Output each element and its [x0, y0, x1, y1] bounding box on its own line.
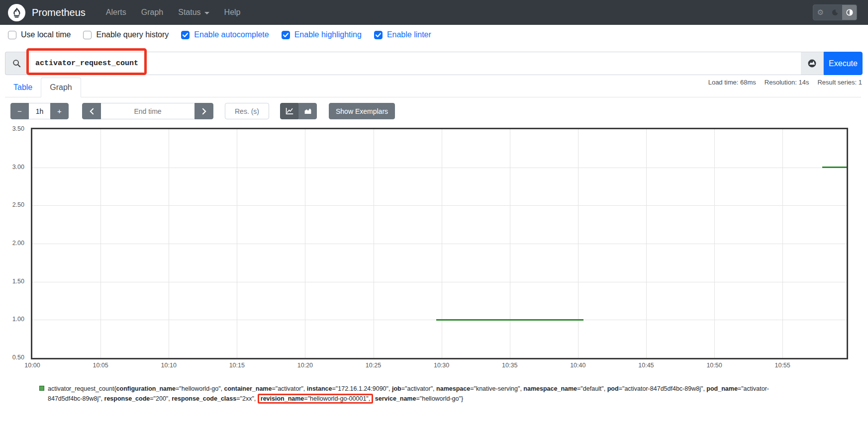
legend-swatch — [39, 386, 44, 391]
annotation-box-revision-name: revision_name="helloworld-go-00001", — [258, 394, 373, 404]
nav-item-status[interactable]: Status — [171, 4, 216, 21]
x-tick-label: 10:45 — [631, 362, 661, 369]
legend-label-name: pod_name — [706, 385, 738, 392]
checkbox-enable-highlighting[interactable] — [282, 31, 290, 39]
y-tick-label: 2.00 — [0, 240, 24, 247]
tab-table[interactable]: Table — [5, 78, 41, 97]
option-label: Enable highlighting — [294, 30, 362, 39]
gear-icon[interactable]: ⚙ — [813, 5, 828, 20]
series-line-segment — [436, 319, 583, 321]
y-gridline — [32, 282, 847, 282]
end-time-input[interactable] — [101, 103, 194, 119]
legend-label-name: configuration_name — [116, 385, 176, 392]
nav-item-label: Status — [178, 8, 200, 17]
chevron-left-icon[interactable] — [82, 103, 101, 119]
legend-text-part: ="knative-serving", — [470, 385, 523, 392]
x-tick-label: 10:25 — [359, 362, 388, 369]
legend-label-name: job — [392, 385, 401, 392]
checkbox-use-local-time[interactable] — [8, 31, 16, 39]
x-tick-label: 10:40 — [563, 362, 593, 369]
nav-item-help[interactable]: Help — [217, 4, 248, 21]
nav-item-graph[interactable]: Graph — [134, 4, 171, 21]
x-tick-label: 10:35 — [495, 362, 525, 369]
legend-text-part: ="activator-847d5df4bc-89w8j", — [619, 385, 707, 392]
query-bar: Execute — [5, 52, 863, 75]
query-input[interactable] — [28, 52, 801, 75]
prometheus-logo-icon[interactable] — [8, 4, 25, 21]
option-enable-highlighting[interactable]: Enable highlighting — [282, 30, 362, 39]
range-group: − + — [10, 103, 69, 119]
y-gridline — [32, 244, 847, 244]
nav-item-label: Help — [224, 8, 241, 17]
legend-text-part: ="activator- — [738, 385, 769, 392]
y-tick-label: 1.50 — [0, 278, 24, 285]
option-label: Use local time — [21, 30, 71, 39]
zoom-in-button[interactable]: + — [50, 103, 69, 119]
checkbox-enable-linter[interactable] — [374, 31, 383, 39]
x-tick-label: 10:55 — [768, 362, 797, 369]
moon-icon[interactable] — [828, 5, 842, 20]
y-gridline — [32, 205, 847, 206]
legend-label-name: namespace — [436, 385, 470, 392]
tab-bar: Table Graph — [5, 77, 861, 97]
legend-label-name: container_name — [224, 385, 272, 392]
option-label: Enable query history — [96, 30, 169, 39]
legend-text-part: ="helloworld-go", — [176, 385, 224, 392]
option-enable-autocomplete[interactable]: Enable autocomplete — [181, 30, 269, 39]
y-tick-label: 2.50 — [0, 201, 24, 208]
legend-text-part: ="helloworld-go-00001", — [304, 395, 370, 402]
y-tick-label: 1.00 — [0, 316, 24, 323]
legend-label-name: revision_name — [261, 395, 304, 402]
legend-label-name: response_code_class — [172, 395, 236, 402]
option-use-local-time[interactable]: Use local time — [8, 30, 71, 39]
x-tick-label: 10:20 — [290, 362, 320, 369]
nav-item-label: Graph — [141, 8, 163, 17]
legend-label-name: instance — [307, 385, 332, 392]
range-input[interactable] — [29, 103, 50, 119]
stacked-chart-icon[interactable] — [298, 103, 317, 119]
navbar: Prometheus AlertsGraphStatusHelp ⚙ — [0, 0, 868, 25]
x-tick-label: 10:00 — [17, 362, 47, 369]
option-label: Enable linter — [387, 30, 431, 39]
y-tick-label: 0.50 — [0, 354, 24, 361]
x-tick-label: 10:05 — [86, 362, 115, 369]
checkbox-enable-query-history[interactable] — [83, 31, 92, 39]
legend-label-name: pod — [607, 385, 619, 392]
execute-button[interactable]: Execute — [824, 52, 863, 75]
legend-text-part: 847d5df4bc-89w8j", — [48, 395, 104, 402]
plot-area[interactable] — [32, 129, 847, 358]
nav-item-label: Alerts — [106, 8, 126, 17]
option-enable-linter[interactable]: Enable linter — [374, 30, 431, 39]
nav-item-alerts[interactable]: Alerts — [98, 4, 134, 21]
y-tick-label: 3.00 — [0, 164, 24, 171]
legend[interactable]: activator_request_count{configuration_na… — [39, 384, 769, 404]
brand-title[interactable]: Prometheus — [32, 7, 86, 18]
time-group — [82, 103, 213, 119]
legend-text-part: ="default", — [577, 385, 607, 392]
y-tick-label: 3.50 — [0, 125, 24, 132]
circle-half-icon[interactable] — [842, 5, 857, 20]
chart: 0.501.001.502.002.503.003.50 10:0010:051… — [31, 128, 848, 359]
legend-text-part: ="activator", — [272, 385, 306, 392]
tab-graph[interactable]: Graph — [41, 78, 81, 97]
chevron-right-icon[interactable] — [194, 103, 213, 119]
option-enable-query-history[interactable]: Enable query history — [83, 30, 169, 39]
options-row: Use local timeEnable query historyEnable… — [8, 30, 431, 39]
metrics-explorer-icon[interactable] — [801, 52, 824, 75]
x-tick-label: 10:30 — [427, 362, 457, 369]
graph-toolbar: − + Show Exemplars — [10, 103, 395, 119]
resolution-input[interactable] — [225, 103, 269, 119]
checkbox-enable-autocomplete[interactable] — [181, 31, 190, 39]
show-exemplars-button[interactable]: Show Exemplars — [329, 103, 395, 119]
legend-text: activator_request_count{configuration_na… — [48, 384, 769, 404]
zoom-out-button[interactable]: − — [10, 103, 29, 119]
legend-text-part: ="helloworld-go"} — [416, 395, 463, 402]
x-tick-label: 10:15 — [222, 362, 252, 369]
chart-type-toggle — [280, 103, 317, 119]
x-tick-label: 10:10 — [154, 362, 184, 369]
legend-label-name: response_code — [104, 395, 150, 402]
x-tick-label: 10:50 — [699, 362, 729, 369]
series-line-segment — [822, 167, 847, 168]
chevron-down-icon — [204, 12, 209, 14]
line-chart-icon[interactable] — [280, 103, 298, 119]
